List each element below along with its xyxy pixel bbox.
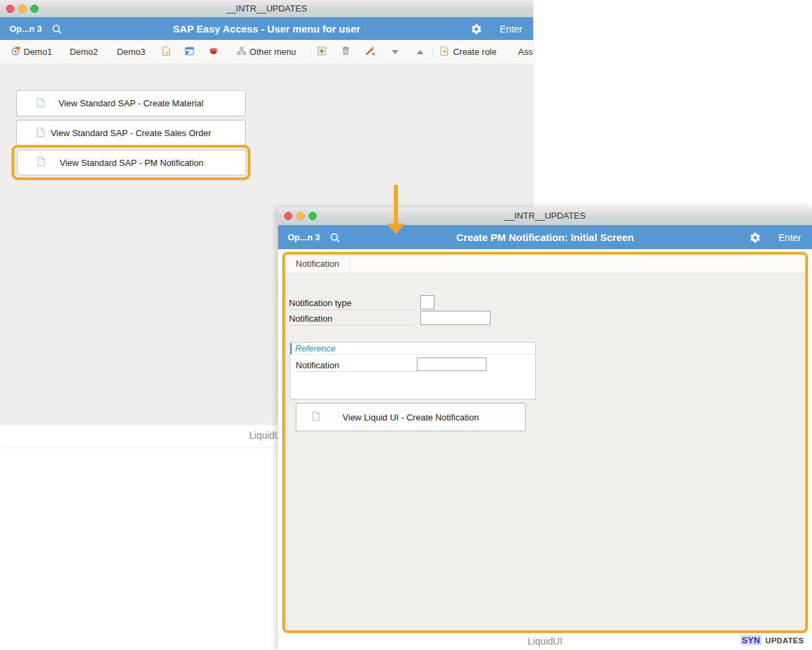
document-export-icon [162, 46, 171, 58]
app-header: Op...n 3 SAP Easy Access - User menu for… [0, 18, 533, 40]
screen: __INTR__UPDATES Op...n 3 SAP Easy Access… [0, 0, 812, 650]
toolbar-button-move-down[interactable] [392, 50, 399, 54]
application-toolbar: Demo1 Demo2 Demo3 [0, 40, 533, 64]
toolbar-button-demo3[interactable]: Demo3 [117, 47, 145, 57]
notification-form-panel: Notification Notification type Notificat… [282, 252, 808, 633]
toolbar-button-delete[interactable] [342, 46, 350, 58]
reference-notification-input[interactable] [417, 358, 487, 371]
add-icon [317, 47, 326, 58]
document-icon [37, 98, 45, 110]
app-header: Op...n 3 Create PM Notification: Initial… [278, 225, 812, 249]
field-label: Notification [296, 358, 417, 372]
toolbar-separator [311, 45, 311, 59]
toolbar-button-window[interactable] [185, 47, 194, 58]
button-label: View Standard SAP - PM Notification [18, 158, 246, 168]
chevron-down-icon [392, 50, 399, 54]
screen-title: Create PM Notification: Initial Screen [278, 232, 812, 243]
window-icon [185, 47, 194, 58]
toolbar-button-edit[interactable] [365, 47, 376, 58]
statusbar: LiquidUI SYN UPDATES [278, 633, 812, 650]
session-icon [11, 46, 20, 58]
toolbar-button-create-role[interactable]: Create role [440, 46, 496, 58]
toolbar-button-move-up[interactable] [417, 50, 424, 54]
button-label: View Standard SAP - Create Sales Order [17, 128, 245, 138]
field-label: Notification type [289, 295, 416, 310]
titlebar[interactable]: __INTR__UPDATES [0, 0, 533, 18]
updates-label: UPDATES [765, 636, 804, 645]
traffic-lights [284, 212, 317, 220]
toolbar-button-demo1[interactable]: Demo1 [11, 46, 52, 58]
toolbar-button-delete-session[interactable] [208, 47, 219, 57]
zoom-button[interactable] [309, 212, 317, 220]
traffic-lights [6, 5, 39, 13]
screen-title: SAP Easy Access - User menu for user [0, 23, 533, 35]
zoom-button[interactable] [30, 5, 39, 13]
reference-groupbox: Reference Notification [290, 342, 536, 399]
pencil-edit-icon [365, 47, 376, 58]
document-icon [37, 156, 45, 169]
toolbar-label: Demo1 [24, 47, 52, 57]
document-icon [37, 127, 45, 139]
notification-input[interactable] [420, 311, 491, 325]
chevron-up-icon [417, 50, 424, 54]
minimize-button[interactable] [296, 212, 304, 220]
reference-title: Reference [290, 343, 535, 354]
button-pm-notification[interactable]: View Standard SAP - PM Notification [17, 150, 246, 175]
toolbar-label: Create role [453, 47, 496, 57]
window-title: __INTR__UPDATES [0, 0, 533, 17]
toolbar-button-other-menu[interactable]: Other menu [237, 47, 296, 58]
tab-notification[interactable]: Notification [285, 255, 351, 273]
toolbar-label: Demo2 [70, 47, 98, 57]
button-liquid-ui-create-notification[interactable]: View Liquid UI - Create Notification [296, 403, 526, 431]
delete-session-icon [208, 47, 219, 57]
toolbar-button-assign-users[interactable]: Assign u [518, 47, 533, 57]
create-role-icon [440, 46, 449, 58]
toolbar-button-new-session[interactable] [162, 46, 171, 58]
liquidui-brand: LiquidUI [278, 633, 812, 649]
hierarchy-icon [237, 47, 246, 58]
window-title: __INTR__UPDATES [278, 207, 812, 224]
tab-bar: Notification [285, 255, 805, 274]
button-create-sales-order[interactable]: View Standard SAP - Create Sales Order [16, 120, 246, 146]
toolbar-button-add[interactable] [317, 47, 326, 58]
document-icon [312, 411, 320, 423]
titlebar[interactable]: __INTR__UPDATES [278, 207, 812, 225]
trash-icon [342, 46, 350, 58]
window-create-pm-notification: __INTR__UPDATES Op...n 3 Create PM Notif… [278, 207, 812, 650]
toolbar-label: Assign u [518, 47, 533, 57]
sync-status: SYN UPDATES [740, 635, 804, 645]
field-label: Notification [289, 311, 416, 326]
toolbar-label: Demo3 [117, 47, 145, 57]
reference-accent-bar [290, 343, 292, 354]
syn-badge: SYN [740, 635, 761, 645]
button-label: View Standard SAP - Create Material [17, 98, 245, 108]
toolbar-separator [432, 45, 433, 59]
field-row-notification-type: Notification type [289, 295, 492, 310]
reference-header: Reference [290, 343, 535, 355]
toolbar-label: Other menu [250, 47, 296, 57]
button-label: View Liquid UI - Create Notification [296, 412, 525, 422]
notification-type-input[interactable] [420, 295, 434, 309]
toolbar-button-demo2[interactable]: Demo2 [70, 47, 98, 57]
close-button[interactable] [284, 212, 292, 220]
minimize-button[interactable] [18, 5, 26, 13]
button-create-material[interactable]: View Standard SAP - Create Material [16, 90, 246, 116]
close-button[interactable] [6, 5, 14, 13]
field-row-notification: Notification [289, 311, 492, 326]
